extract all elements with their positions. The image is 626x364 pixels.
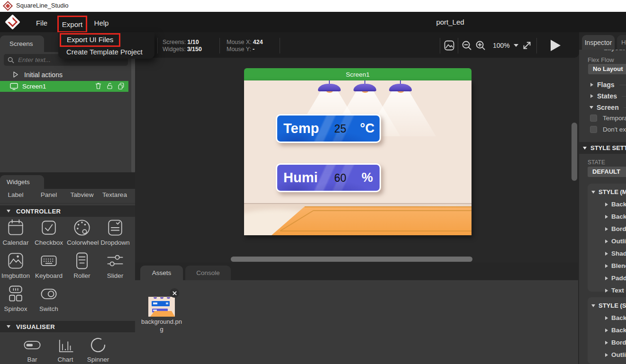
tab-inspector[interactable]: Inspector [582,35,615,50]
humi-gauge[interactable]: Humi 60 % [276,163,381,192]
widget-spinner[interactable]: Spinner [83,335,113,363]
tab-assets[interactable]: Assets [140,266,183,280]
checkbox[interactable] [590,115,597,122]
unlock-icon[interactable] [106,82,113,90]
app-root: SquareLine_Studio File Export Help port_… [0,0,626,364]
style-prop[interactable]: Backg [588,321,626,334]
style-settings-header[interactable]: STYLE SETTIN [579,142,626,154]
widget-panel[interactable]: Panel [34,191,64,198]
chevron-right-icon [605,353,608,357]
tab-screens[interactable]: Screens [0,36,44,52]
style-prop[interactable]: Borde [588,334,626,346]
play-button[interactable] [551,40,561,51]
option-dont-export: Don't exp [590,126,626,133]
style-prop[interactable]: Outli [588,346,626,358]
section-controller[interactable]: CONTROLLER [0,205,135,217]
canvas-screen-title[interactable]: Screen1 [244,68,472,80]
group-states[interactable]: States [590,92,626,100]
widget-colorwheel[interactable]: Colorwheel [67,217,97,246]
widget-chart[interactable]: Chart [50,335,81,363]
widget-roller[interactable]: Roller [67,250,97,279]
widget-tabview[interactable]: Tabview [67,191,97,198]
style-main-card: STYLE (MAI Backg Backg Borde Outli Shado… [588,184,626,292]
window-title: SquareLine_Studio [16,2,69,9]
widget-spinbox[interactable]: Spinbox [0,284,31,312]
menu-item-create-template-project[interactable]: Create Template Project [58,47,154,58]
state-default-button[interactable]: DEFAULT [588,167,626,177]
widget-dropdown[interactable]: Dropdown [100,217,130,246]
zoom-out-button[interactable] [461,40,472,51]
chevron-right-icon [605,240,608,243]
chevron-down-icon [591,304,595,307]
style-screen-header[interactable]: STYLE (SCR [588,297,626,309]
widget-calendar[interactable]: Calendar [0,217,31,246]
menu-item-export-ui-files[interactable]: Export UI Files [60,33,120,47]
zoom-level[interactable]: 100% [493,42,510,49]
checkbox[interactable] [590,126,597,133]
widget-label[interactable]: Label [0,191,31,198]
group-screen[interactable]: Screen [590,104,626,111]
style-prop[interactable]: Blend [588,257,626,269]
no-layout-button[interactable]: No Layout [588,64,626,74]
screens-scrollbar[interactable] [131,53,135,173]
style-prop[interactable]: Outli [588,232,626,245]
switch-icon [38,284,59,304]
widget-checkbox[interactable]: Checkbox [34,217,64,246]
zoom-level-caret-icon[interactable] [514,44,518,47]
zoom-in-button[interactable] [475,40,486,51]
widget-textarea[interactable]: Textarea [100,191,130,198]
duplicate-icon[interactable] [118,82,125,90]
style-prop[interactable]: Borde [588,220,626,232]
fit-view-button[interactable] [521,40,533,51]
style-prop[interactable]: Backg [588,195,626,208]
lamp-icon [354,84,376,91]
close-icon [172,291,177,295]
gauge-label: Temp [283,120,319,136]
asset-remove-button[interactable] [170,288,179,298]
preview-background-button[interactable] [444,40,455,51]
style-prop[interactable]: Backg [588,309,626,321]
zoom-out-icon [461,40,472,51]
widget-bar[interactable]: Bar [17,335,47,363]
chart-icon [55,335,75,355]
menu-file[interactable]: File [32,16,51,30]
tab-console[interactable]: Console [185,266,231,280]
asset-filename: background.png [141,318,182,333]
chevron-down-icon [7,210,10,213]
tab-partial[interactable]: H [617,35,626,50]
menu-export[interactable]: Export [57,16,87,33]
canvas-horizontal-scrollbar[interactable] [231,257,472,262]
initial-actions-row[interactable]: Initial actions [0,69,128,80]
style-prop[interactable]: Shado [588,358,626,364]
style-prop[interactable]: Text [588,282,626,294]
dropdown-icon [105,217,126,238]
canvas-screen[interactable]: Temp 25 °C Humi 60 % [244,80,472,235]
style-prop[interactable]: Backg [588,208,626,220]
menu-help[interactable]: Help [92,16,111,30]
widget-switch[interactable]: Switch [34,284,64,312]
chevron-right-icon [605,316,608,320]
style-prop[interactable]: Paddi [588,269,626,282]
inspector-scrollbar[interactable] [572,123,577,181]
checkbox-icon [38,217,59,238]
assets-panel [135,280,578,364]
flex-flow-label: Flex Flow [588,56,614,63]
style-screen-card: STYLE (SCR Backg Backg Borde Outli Shado [588,297,626,364]
style-main-header[interactable]: STYLE (MAI [588,184,626,195]
screen-list-item-screen1[interactable]: Screen1 [0,81,128,92]
tab-widgets[interactable]: Widgets [0,175,44,189]
spinner-icon [88,335,108,355]
chevron-down-icon [591,191,595,194]
group-flags[interactable]: Flags [590,81,626,89]
widget-slider[interactable]: Slider [100,250,130,279]
monitor-icon [9,82,18,90]
style-prop[interactable]: Shado [588,245,626,257]
calendar-icon [5,217,26,238]
asset-thumbnail[interactable] [148,297,175,317]
trash-icon[interactable] [95,82,102,90]
chevron-down-icon [590,106,593,109]
widget-imgbutton[interactable]: Imgbutton [0,250,31,279]
section-visualiser[interactable]: VISUALISER [0,321,135,332]
temp-gauge[interactable]: Temp 25 °C [276,114,381,143]
widget-keyboard[interactable]: Keyboard [34,250,64,279]
